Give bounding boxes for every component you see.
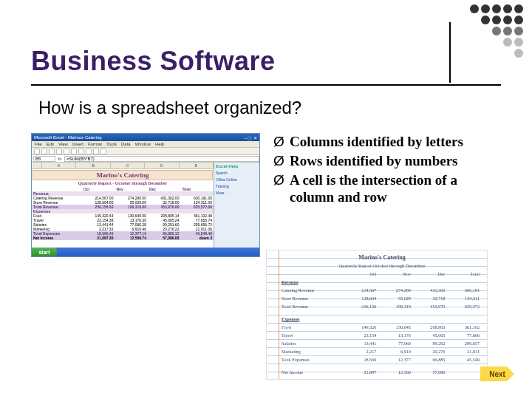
- menu-file[interactable]: File: [35, 142, 42, 146]
- bullet-marker: Ø: [273, 171, 284, 189]
- list-item: ØColumns identified by letters: [273, 133, 501, 151]
- col-b: B: [76, 163, 110, 169]
- menu-view[interactable]: View: [58, 142, 68, 146]
- toolbar-btn[interactable]: [49, 149, 55, 154]
- ledger-title: Marino's Catering: [282, 253, 482, 262]
- name-box[interactable]: B5: [33, 156, 55, 162]
- taskpane-link[interactable]: More…: [216, 191, 258, 195]
- excel-window-controls: – ▢ ✕: [244, 135, 257, 140]
- table-row: Total Revenue236,156199,319453,970635,57…: [282, 302, 482, 310]
- list-item: ØA cell is the intersection of a column …: [273, 171, 501, 207]
- menu-help[interactable]: Help: [155, 142, 164, 146]
- excel-formulabar: B5 fx =SUM(B5*B7): [32, 155, 259, 163]
- bullet-text: Rows identified by numbers: [290, 153, 458, 168]
- taskpane-link[interactable]: Office Online: [216, 177, 258, 182]
- table-row: Marketing2,2176,91020,27621,911: [282, 347, 482, 355]
- table-row: Store Revenue128,60455,02932,718134,311: [282, 294, 482, 302]
- taskpane-link[interactable]: Search: [216, 171, 258, 175]
- sheet-banner-title: Marino's Catering: [33, 170, 213, 180]
- windows-taskbar: start: [32, 248, 259, 256]
- col-a: A: [42, 163, 76, 169]
- table-row: Salaries13,44177,06099,292299,657: [282, 339, 482, 347]
- toolbar-btn[interactable]: [71, 149, 77, 154]
- menu-edit[interactable]: Edit: [47, 142, 54, 146]
- toolbar-btn[interactable]: [100, 149, 106, 154]
- column-headers: A B C D E: [32, 163, 214, 169]
- toolbar-btn[interactable]: [34, 149, 40, 154]
- menu-tools[interactable]: Tools: [106, 142, 117, 146]
- excel-taskpane: Excel Help Search Office Online Training…: [214, 163, 259, 248]
- menu-insert[interactable]: Insert: [72, 142, 83, 146]
- next-button[interactable]: Next: [480, 366, 514, 381]
- fx-label: fx: [55, 157, 64, 161]
- col-e: E: [180, 163, 214, 169]
- excel-titlebar: Microsoft Excel - Marinos Catering – ▢ ✕: [32, 134, 259, 141]
- col-c: C: [111, 163, 145, 169]
- taskpane-title: Excel Help: [216, 164, 258, 168]
- formula-input[interactable]: =SUM(B5*B7): [64, 156, 259, 162]
- start-button[interactable]: start: [32, 248, 57, 256]
- menu-data[interactable]: Data: [121, 142, 131, 146]
- menu-format[interactable]: Format: [88, 142, 102, 146]
- bullet-list: ØColumns identified by letters ØRows ide…: [273, 133, 501, 206]
- sheet-banner-sub: Quarterly Report - October through Decem…: [32, 181, 214, 185]
- toolbar-btn[interactable]: [78, 149, 84, 154]
- excel-screenshot: Microsoft Excel - Marinos Catering – ▢ ✕…: [31, 133, 260, 257]
- excel-menubar: File Edit View Insert Format Tools Data …: [32, 141, 259, 148]
- handwritten-ledger: Marino's Catering Quarterly Report Octob…: [266, 250, 488, 380]
- bullet-marker: Ø: [273, 152, 284, 170]
- table-row: Food149,320130,645208,805361,102: [282, 323, 482, 331]
- slide-subtitle: How is a spreadsheet organized?: [38, 98, 301, 118]
- title-block: Business Software: [31, 46, 501, 77]
- bullet-text: Columns identified by letters: [290, 134, 463, 149]
- excel-workarea: A B C D E Marino's Catering Quarterly Re…: [32, 163, 259, 248]
- toolbar-btn[interactable]: [86, 149, 92, 154]
- excel-window-title: Microsoft Excel - Marinos Catering: [34, 135, 102, 140]
- left-column: Microsoft Excel - Marinos Catering – ▢ ✕…: [31, 133, 260, 377]
- sheet-rows: Marino's Catering Quarterly Report - Oct…: [32, 169, 214, 248]
- divider-horizontal: [31, 84, 501, 86]
- sheet-table: OctNovDecTotal Revenue Catering Revenue2…: [32, 187, 214, 240]
- menu-window[interactable]: Window: [135, 142, 151, 146]
- excel-sheet[interactable]: A B C D E Marino's Catering Quarterly Re…: [32, 163, 214, 248]
- table-row: Catering Revenue214,567274,290431,302600…: [282, 286, 482, 294]
- col-d: D: [145, 163, 179, 169]
- list-item: ØRows identified by numbers: [273, 152, 501, 170]
- bullet-text: A cell is the intersection of a column a…: [290, 172, 457, 205]
- toolbar-btn[interactable]: [56, 149, 62, 154]
- table-row: Net Income21,897.3012,559.7457,086.08dow…: [32, 236, 214, 240]
- toolbar-btn[interactable]: [93, 149, 99, 154]
- table-row: Net Income21,89712,56057,086: [282, 368, 482, 376]
- excel-toolbar: [32, 148, 259, 155]
- table-row: Travel23,15413,17645,06577,666: [282, 331, 482, 339]
- slide-title: Business Software: [31, 46, 501, 77]
- taskpane-link[interactable]: Training: [216, 184, 258, 188]
- bullet-marker: Ø: [273, 133, 284, 151]
- table-row: Total Expenses18,56012,37766,88545,549: [282, 355, 482, 364]
- ledger-table: OctNovDecTotal Revenue Catering Revenue2…: [282, 270, 482, 376]
- toolbar-btn[interactable]: [41, 149, 47, 154]
- ledger-subtitle: Quarterly Report October through Decembe…: [282, 262, 482, 270]
- toolbar-btn[interactable]: [64, 149, 69, 154]
- slide: Business Software How is a spreadsheet o…: [0, 0, 532, 399]
